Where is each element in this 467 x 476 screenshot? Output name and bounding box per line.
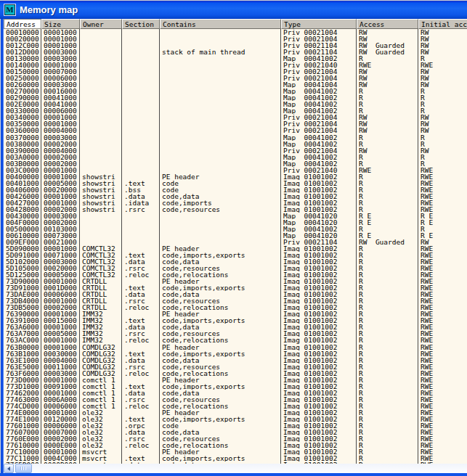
cell-owner: showstri (80, 186, 122, 193)
table-row[interactable]: 776100000000E000ole32.reloccode,relocati… (4, 442, 467, 448)
table-row[interactable]: 0040000000001000showstriPE headerImag 01… (4, 173, 467, 180)
cell-initial-access: RWE (418, 429, 467, 435)
table-row[interactable]: 0027000000016000Map 00041002RR (4, 88, 467, 94)
scrollbar-thumb[interactable] (15, 464, 32, 473)
table-row[interactable]: 003C000000001000Priv 00021040RWERWE (4, 167, 467, 173)
table-row[interactable]: 73DB500000002000CRTDLL.reloccode,relocat… (4, 304, 467, 311)
cell-contains: code (160, 422, 281, 429)
table-row[interactable]: 002E000000041000Map 00041002RR (4, 101, 467, 107)
table-row[interactable]: 0038000000002000Map 00041002RR (4, 141, 467, 147)
table-row[interactable]: 0029000000041000Map 00041002RR (4, 94, 467, 101)
column-header-owner[interactable]: Owner (80, 19, 122, 29)
table-row[interactable]: 0033000000006000Map 00041002RR (4, 107, 467, 114)
cell-contains: code,relocations (160, 271, 281, 278)
table-row[interactable]: 0025000000006000Priv 00021004RWRW (4, 75, 467, 81)
table-row[interactable]: 73DAE00000006000CRTDLL.datacode,dataImag… (4, 291, 467, 298)
table-row[interactable]: 77C1000000001000msvcrtPE headerImag 0100… (4, 448, 467, 455)
table-row[interactable]: 0014000000001000Priv 00021040RWERWE (4, 62, 467, 68)
table-row[interactable]: 73D9000000001000CRTDLLPE headerImag 0100… (4, 278, 467, 284)
table-row[interactable]: 0012D00000003000stack of main threadPriv… (4, 49, 467, 55)
cell-type: Map 00041002 (281, 134, 357, 141)
table-row[interactable]: 009EF00000021000Priv 00021104RW GuardedR… (4, 239, 467, 245)
titlebar[interactable]: M Memory map (0, 0, 467, 19)
column-header-address[interactable]: Address (4, 19, 41, 29)
column-header-type[interactable]: Type (281, 19, 357, 29)
column-header-access[interactable]: Access (357, 19, 418, 29)
cell-access: R (357, 291, 418, 298)
table-row[interactable]: 0050000000103000Map 00041002RR (4, 226, 467, 232)
table-row[interactable]: 0035000000001000Priv 00021004RWRW (4, 120, 467, 127)
table-row[interactable]: 7639000000001000IMM32PE headerImag 01001… (4, 311, 467, 317)
column-header-contains[interactable]: Contains (160, 19, 281, 29)
table-row[interactable]: 0001000000001000Priv 00021004RWRW (4, 29, 467, 36)
cell-owner: CRTDLL (80, 298, 122, 304)
table-row[interactable]: 0015000000007000Priv 00021004RWRW (4, 68, 467, 75)
memory-map-icon[interactable]: M (4, 4, 15, 15)
table-row[interactable]: 774E100000120000ole32.textcode,imports,e… (4, 416, 467, 422)
table-row[interactable]: 0042800000002000showstri.rsrccode,resour… (4, 206, 467, 213)
table-row[interactable]: 003A000000002000Map 00041002RR (4, 154, 467, 160)
table-row[interactable]: 0043000000003000Map 00041020R ER E (4, 213, 467, 219)
table-row[interactable]: 7760E00000002000ole32.rsrccode,resources… (4, 435, 467, 442)
table-row[interactable]: 763B100000030000COMDLG32.textcode,import… (4, 350, 467, 357)
table-row[interactable]: 773D000000001000comctl_1PE headerImag 01… (4, 377, 467, 383)
table-row[interactable]: 5D10200000003000COMCTL32.datacode,dataIm… (4, 258, 467, 265)
cell-contains (160, 232, 281, 239)
cell-type: Imag 01001002 (281, 416, 357, 422)
cell-address: 002E0000 (4, 101, 41, 107)
table-row[interactable]: 763E500000011000COMDLG32.rsrccode,resour… (4, 364, 467, 370)
table-row[interactable]: 763E100000004000COMDLG32.datacode,dataIm… (4, 357, 467, 364)
cell-type: Imag 01001002 (281, 337, 357, 343)
column-header-section[interactable]: Section (122, 19, 160, 29)
column-header-initial-access[interactable]: Initial acc (418, 19, 467, 29)
table-row[interactable]: 5D10500000020000COMCTL32.rsrccode,resour… (4, 265, 467, 271)
cell-initial-access: RWE (418, 298, 467, 304)
table-row[interactable]: 0037000000003000Map 00041002RR (4, 134, 467, 141)
table-row[interactable]: 774630000006A000comctl_1.rsrccode,resour… (4, 396, 467, 403)
table-row[interactable]: 0042600000001000showstri.datacode,dataIm… (4, 193, 467, 200)
cell-access: R (357, 173, 418, 180)
horizontal-scrollbar[interactable] (4, 464, 467, 473)
table-row[interactable]: 7746200000001000comctl_1.datacode,dataIm… (4, 390, 467, 396)
cell-contains (160, 127, 281, 134)
cell-section (122, 160, 160, 167)
table-row[interactable]: 0034000000001000Priv 00021004RWRW (4, 114, 467, 120)
cell-access: R (357, 226, 418, 232)
cell-contains: code,relocations (160, 403, 281, 409)
table-row[interactable]: 773D100000091000comctl_1.textcode,import… (4, 383, 467, 390)
table-row[interactable]: 0061000000073000Map 00041020R ER E (4, 232, 467, 239)
table-row[interactable]: 763A600000001000IMM32.datacode,dataImag … (4, 324, 467, 330)
table-row[interactable]: 0002000000001000Priv 00021004RWRW (4, 36, 467, 42)
scroll-left-button[interactable] (4, 464, 14, 473)
cell-contains: code,imports,exports (160, 284, 281, 291)
table-row[interactable]: 763B000000001000COMDLG32PE headerImag 01… (4, 344, 467, 350)
cell-contains: PE header (160, 311, 281, 317)
table-row[interactable]: 0042700000001000showstri.idatacode,impor… (4, 200, 467, 206)
column-header-size[interactable]: Size (41, 19, 80, 29)
table-row[interactable]: 7760100000006000ole32.orpccodeImag 01001… (4, 422, 467, 429)
table-row[interactable]: 73D910000001D000CRTDLL.textcode,imports,… (4, 284, 467, 291)
table-row[interactable]: 0040600000020000showstri.bsscodeImag 010… (4, 186, 467, 193)
table-row[interactable]: 0036000000004000Priv 00021004RWRW (4, 127, 467, 134)
table-row[interactable]: 763F600000003000COMDLG32.reloccode,reloc… (4, 370, 467, 377)
table-row[interactable]: 0012C00000001000Priv 00021104RW GuardedR… (4, 42, 467, 49)
table-row[interactable]: 7760700000007000ole32.datacode,dataImag … (4, 429, 467, 435)
table-row[interactable]: 0039000000004000Priv 00021004RWRW (4, 147, 467, 154)
table-row[interactable]: 5D09000000001000COMCTL32PE headerImag 01… (4, 245, 467, 252)
table-row[interactable]: 763A700000005000IMM32.rsrccode,resources… (4, 330, 467, 337)
table-row[interactable]: 7639100000015000IMM32.textcode,imports,e… (4, 317, 467, 324)
table-row[interactable]: 5D09100000071000COMCTL32.textcode,import… (4, 252, 467, 258)
table-row[interactable]: 003B000000002000Map 00041002RR (4, 160, 467, 167)
table-row[interactable]: 77C110000004C000msvcrt.textcode,imports,… (4, 455, 467, 461)
table-row[interactable]: 763AC00000001000IMM32.reloccode,relocati… (4, 337, 467, 343)
table-row[interactable]: 5D12500000005000COMCTL32.reloccode,reloc… (4, 271, 467, 278)
table-row[interactable]: 73DB400000001000CRTDLL.rsrccode,resource… (4, 298, 467, 304)
table-row[interactable]: 0040100000005000showstri.textcodeImag 01… (4, 180, 467, 186)
table-row[interactable]: 004F000000002000Map 00041020R ER E (4, 219, 467, 226)
table-row[interactable]: 0026000000003000Map 00041004RWRW (4, 81, 467, 88)
cell-access: R (357, 330, 418, 337)
table-row[interactable]: 0013000000003000Map 00041002RR (4, 55, 467, 62)
table-row[interactable]: 774E000000001000ole32PE headerImag 01001… (4, 409, 467, 416)
table-row[interactable]: 774CD00000006000comctl_1.reloccode,reloc… (4, 403, 467, 409)
cell-section (122, 68, 160, 75)
